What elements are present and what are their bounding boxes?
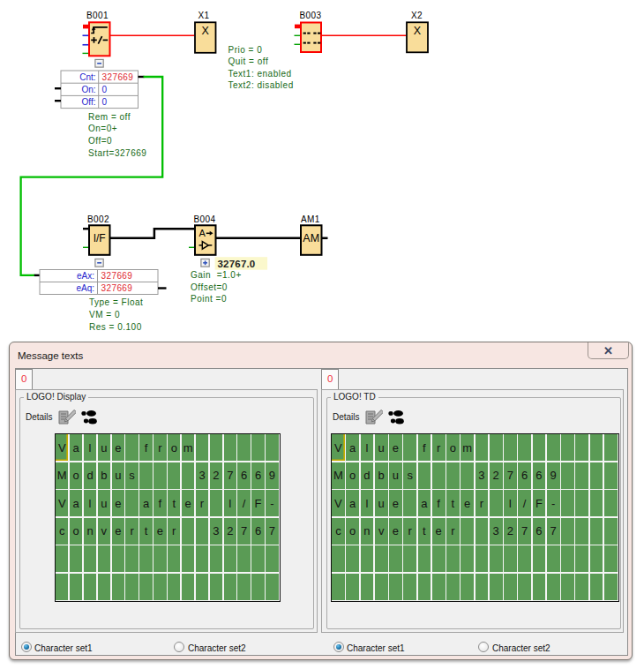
- svg-text:32767.0: 32767.0: [218, 259, 256, 269]
- svg-text:Text1: enabled: Text1: enabled: [228, 69, 292, 79]
- svg-text:0: 0: [102, 85, 108, 94]
- svg-text:Start=327669: Start=327669: [88, 148, 146, 158]
- svg-text:Rem = off: Rem = off: [88, 112, 131, 122]
- svg-text:Gain =1.0+: Gain =1.0+: [191, 270, 242, 280]
- svg-text:0: 0: [102, 97, 108, 107]
- svg-text:B003: B003: [300, 11, 322, 20]
- svg-text:327669: 327669: [101, 283, 133, 293]
- svg-text:X: X: [202, 25, 210, 37]
- svg-text:B002: B002: [87, 214, 109, 224]
- svg-text:On:: On:: [81, 85, 95, 94]
- svg-text:Point =0: Point =0: [191, 294, 227, 304]
- svg-text:X2: X2: [411, 11, 423, 20]
- svg-text:Cnt:: Cnt:: [79, 72, 95, 82]
- svg-text:On=0+: On=0+: [88, 124, 117, 133]
- svg-text:B001: B001: [86, 11, 109, 20]
- svg-text:Off:: Off:: [82, 97, 96, 107]
- svg-text:Type = Float: Type = Float: [89, 297, 143, 307]
- svg-text:VM = 0: VM = 0: [89, 310, 120, 319]
- svg-text:AM: AM: [303, 232, 319, 244]
- svg-text:327669: 327669: [101, 271, 133, 281]
- svg-text:Off=0: Off=0: [88, 136, 112, 146]
- svg-text:Quit = off: Quit = off: [228, 56, 269, 66]
- svg-text:Offset=0: Offset=0: [191, 282, 228, 292]
- svg-text:eAq:: eAq:: [76, 283, 94, 293]
- svg-text:327669: 327669: [102, 72, 134, 82]
- svg-text:X: X: [414, 25, 422, 37]
- svg-text:AM1: AM1: [301, 214, 320, 224]
- svg-text:Res = 0.100: Res = 0.100: [89, 322, 142, 332]
- svg-text:eAx:: eAx:: [77, 271, 94, 281]
- svg-text:Prio = 0: Prio = 0: [228, 45, 263, 55]
- svg-text:Text2: disabled: Text2: disabled: [228, 80, 294, 90]
- svg-text:B004: B004: [194, 214, 216, 224]
- svg-text:I/F: I/F: [94, 232, 106, 244]
- svg-text:X1: X1: [198, 11, 210, 20]
- svg-text:A: A: [199, 228, 206, 238]
